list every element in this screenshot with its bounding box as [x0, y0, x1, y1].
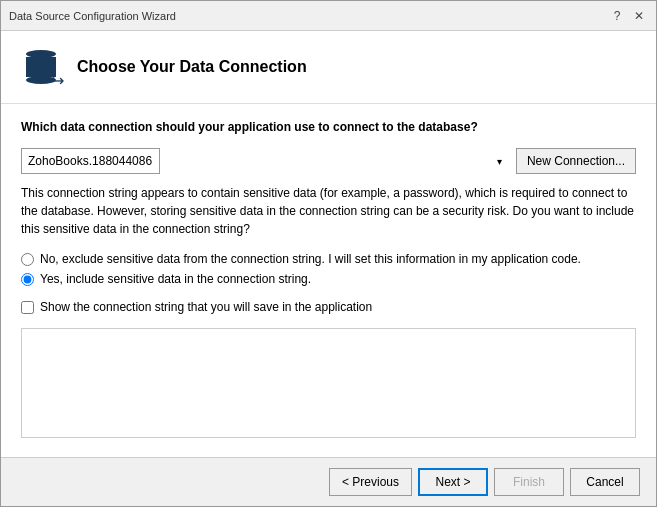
- radio-yes-item[interactable]: Yes, include sensitive data in the conne…: [21, 272, 636, 286]
- title-bar-right: ? ✕: [608, 7, 648, 25]
- radio-no-item[interactable]: No, exclude sensitive data from the conn…: [21, 252, 636, 266]
- next-button[interactable]: Next >: [418, 468, 488, 496]
- select-wrapper: ZohoBooks.188044086: [21, 148, 508, 174]
- footer: < Previous Next > Finish Cancel: [1, 457, 656, 506]
- window-title: Data Source Configuration Wizard: [9, 10, 176, 22]
- radio-yes[interactable]: [21, 273, 34, 286]
- radio-group: No, exclude sensitive data from the conn…: [21, 252, 636, 286]
- database-icon: ↪: [21, 47, 61, 87]
- cylinder: ↪: [26, 50, 56, 84]
- cancel-button[interactable]: Cancel: [570, 468, 640, 496]
- previous-button[interactable]: < Previous: [329, 468, 412, 496]
- radio-no[interactable]: [21, 253, 34, 266]
- show-connection-string-row[interactable]: Show the connection string that you will…: [21, 300, 636, 314]
- connection-row: ZohoBooks.188044086 New Connection...: [21, 148, 636, 174]
- title-bar-left: Data Source Configuration Wizard: [9, 10, 176, 22]
- connection-dropdown[interactable]: ZohoBooks.188044086: [21, 148, 160, 174]
- title-bar: Data Source Configuration Wizard ? ✕: [1, 1, 656, 31]
- new-connection-button[interactable]: New Connection...: [516, 148, 636, 174]
- page-title: Choose Your Data Connection: [77, 58, 307, 76]
- show-connection-string-checkbox[interactable]: [21, 301, 34, 314]
- connection-string-box: [21, 328, 636, 438]
- radio-yes-label: Yes, include sensitive data in the conne…: [40, 272, 311, 286]
- main-window: Data Source Configuration Wizard ? ✕ ↪ C…: [0, 0, 657, 507]
- question-label: Which data connection should your applic…: [21, 120, 636, 134]
- header-section: ↪ Choose Your Data Connection: [1, 31, 656, 104]
- content-area: ↪ Choose Your Data Connection Which data…: [1, 31, 656, 457]
- close-button[interactable]: ✕: [630, 7, 648, 25]
- show-connection-string-label: Show the connection string that you will…: [40, 300, 372, 314]
- arrow-icon: ↪: [51, 71, 64, 90]
- radio-no-label: No, exclude sensitive data from the conn…: [40, 252, 581, 266]
- info-text: This connection string appears to contai…: [21, 184, 636, 238]
- finish-button[interactable]: Finish: [494, 468, 564, 496]
- main-form: Which data connection should your applic…: [1, 104, 656, 457]
- help-button[interactable]: ?: [608, 7, 626, 25]
